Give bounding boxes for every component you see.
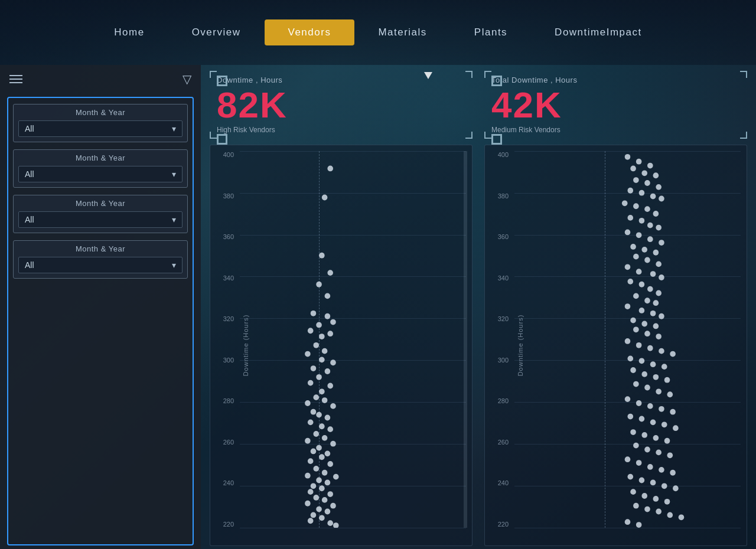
svg-point-3 xyxy=(327,270,333,276)
svg-point-70 xyxy=(653,172,659,178)
svg-point-141 xyxy=(650,419,656,425)
svg-point-108 xyxy=(639,308,645,313)
svg-point-66 xyxy=(636,159,642,165)
svg-point-21 xyxy=(308,380,314,386)
svg-point-124 xyxy=(650,361,656,367)
svg-point-112 xyxy=(641,321,647,327)
filter-item-2: Month & Year All ▾ xyxy=(13,149,188,188)
filter-icon[interactable]: ▽ xyxy=(183,72,191,86)
svg-point-164 xyxy=(653,496,659,502)
svg-point-171 xyxy=(625,519,631,525)
svg-point-130 xyxy=(633,381,639,387)
svg-point-14 xyxy=(322,348,328,354)
filter-select-4[interactable]: All ▾ xyxy=(18,257,183,273)
nav-materials[interactable]: Materials xyxy=(354,19,450,45)
nav-vendors[interactable]: Vendors xyxy=(265,19,355,45)
filter-select-1[interactable]: All ▾ xyxy=(18,120,183,137)
svg-point-1 xyxy=(322,195,328,201)
svg-point-96 xyxy=(625,264,631,270)
svg-point-18 xyxy=(311,365,317,371)
svg-point-61 xyxy=(319,515,325,521)
svg-point-106 xyxy=(653,300,659,306)
filter-item-1: Month & Year All ▾ xyxy=(13,104,188,142)
svg-point-55 xyxy=(322,497,328,503)
svg-point-142 xyxy=(662,421,667,427)
svg-point-99 xyxy=(659,274,664,280)
svg-point-85 xyxy=(656,225,662,231)
navbar: Home Overview Vendors Materials Plants D… xyxy=(0,0,756,65)
svg-point-74 xyxy=(628,188,634,194)
metric-card-1: Downtime , Hours 82K High Risk Vendors xyxy=(210,71,472,139)
filter-panel: Month & Year All ▾ Month & Year All ▾ Mo… xyxy=(7,97,194,545)
svg-point-9 xyxy=(330,319,336,325)
svg-point-90 xyxy=(630,244,636,250)
svg-point-126 xyxy=(630,367,636,373)
svg-point-132 xyxy=(656,388,662,394)
svg-point-22 xyxy=(327,383,333,389)
svg-point-88 xyxy=(647,236,653,242)
filter-select-2[interactable]: All ▾ xyxy=(18,166,183,182)
svg-point-158 xyxy=(639,478,645,483)
svg-point-93 xyxy=(633,254,639,260)
filter-arrow-1: ▾ xyxy=(172,124,176,133)
svg-point-4 xyxy=(316,282,322,287)
svg-point-6 xyxy=(311,311,317,316)
svg-point-109 xyxy=(650,311,656,316)
nav-plants[interactable]: Plants xyxy=(451,19,531,45)
svg-point-100 xyxy=(628,279,634,285)
svg-point-46 xyxy=(305,473,311,479)
svg-point-83 xyxy=(639,218,645,224)
svg-point-75 xyxy=(639,190,645,196)
svg-point-148 xyxy=(633,443,639,449)
svg-point-42 xyxy=(308,458,314,464)
svg-point-43 xyxy=(327,461,333,467)
svg-point-149 xyxy=(644,447,650,453)
svg-point-140 xyxy=(639,416,645,422)
svg-point-167 xyxy=(644,506,650,512)
filter-value-3: All xyxy=(25,215,34,224)
svg-point-0 xyxy=(327,166,333,172)
svg-point-69 xyxy=(641,170,647,176)
svg-point-71 xyxy=(633,177,639,183)
svg-point-122 xyxy=(628,355,634,361)
svg-point-56 xyxy=(305,501,311,506)
nav-home[interactable]: Home xyxy=(90,19,168,45)
svg-point-30 xyxy=(325,415,331,421)
filter-label-2: Month & Year xyxy=(18,153,183,162)
svg-point-139 xyxy=(628,414,634,420)
filter-item-4: Month & Year All ▾ xyxy=(13,240,188,279)
svg-point-12 xyxy=(327,331,333,336)
svg-point-127 xyxy=(641,371,647,377)
svg-point-54 xyxy=(313,495,319,501)
filter-value-1: All xyxy=(25,124,34,133)
metric-footer-1: High Risk Vendors xyxy=(217,126,465,134)
filter-item-3: Month & Year All ▾ xyxy=(13,195,188,233)
chart-right: Downtime (Hours) 400 380 360 340 320 300… xyxy=(484,145,747,546)
svg-point-32 xyxy=(319,423,325,429)
svg-point-48 xyxy=(316,478,322,483)
svg-point-23 xyxy=(319,388,325,394)
svg-point-64 xyxy=(333,522,339,528)
svg-point-5 xyxy=(325,293,331,299)
metric-value-2: 42K xyxy=(491,87,740,123)
svg-point-110 xyxy=(659,313,664,319)
svg-point-79 xyxy=(633,203,639,209)
svg-point-125 xyxy=(662,364,667,370)
scatter-area-left xyxy=(240,151,466,528)
filter-arrow-4: ▾ xyxy=(172,260,176,270)
svg-point-73 xyxy=(656,184,662,190)
filter-arrow-2: ▾ xyxy=(172,169,176,179)
nav-downtime-impact[interactable]: DowntimeImpact xyxy=(531,19,666,45)
nav-overview[interactable]: Overview xyxy=(168,19,265,45)
hamburger-menu-icon[interactable] xyxy=(9,75,22,83)
svg-point-68 xyxy=(630,166,636,172)
svg-point-59 xyxy=(325,509,331,515)
svg-point-58 xyxy=(316,506,322,512)
svg-point-47 xyxy=(333,474,339,480)
filter-select-3[interactable]: All ▾ xyxy=(18,211,183,228)
svg-point-159 xyxy=(650,480,656,486)
svg-point-163 xyxy=(641,493,647,499)
svg-point-10 xyxy=(308,328,314,334)
svg-point-87 xyxy=(636,232,642,238)
svg-point-166 xyxy=(633,503,639,509)
